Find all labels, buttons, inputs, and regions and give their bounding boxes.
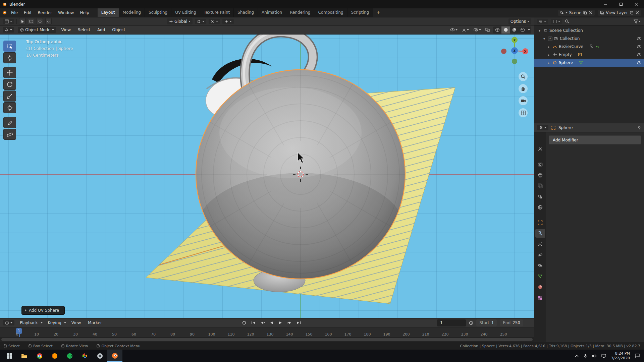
expand-arrow-icon[interactable]: ▸ [546,53,551,57]
tab-scene[interactable] [535,192,545,201]
outliner-row-scene-collection[interactable]: ▾ Scene Collection [534,26,644,35]
tool-measure[interactable] [3,129,16,140]
viewport-menu-add[interactable]: Add [96,26,107,33]
play-button[interactable] [276,319,284,326]
navigation-gizmo[interactable]: Y X Z [500,37,529,70]
tab-modeling[interactable]: Modeling [119,8,145,17]
jump-prev-keyframe-button[interactable] [258,319,266,326]
expand-arrow-icon[interactable]: ▸ [546,45,551,49]
unlink-scene-icon[interactable] [589,11,593,15]
outliner-row-empty[interactable]: ▸ Empty [534,51,644,59]
tab-texture[interactable] [535,293,545,302]
outliner-row-beziercurve[interactable]: ▸ BezierCurve [534,43,644,51]
viewport-menu-view[interactable]: View [60,26,72,33]
action-center-icon[interactable] [635,354,640,358]
expand-arrow-icon[interactable]: ▾ [542,37,547,41]
tab-output[interactable] [535,171,545,179]
outliner-editor-type-button[interactable] [537,19,548,24]
operator-panel[interactable]: Add UV Sphere [21,306,65,315]
microphone-icon[interactable] [584,354,587,358]
timeline-menu-playback[interactable]: Playback [18,319,40,326]
jump-to-end-button[interactable] [294,319,303,326]
overlays-dropdown[interactable] [472,27,482,33]
tab-constraints[interactable] [535,261,545,270]
preview-range-icon[interactable] [469,321,473,325]
gizmo-neg-x-axis[interactable] [501,49,506,54]
photos-app-button[interactable] [77,350,92,362]
perspective-toggle-button[interactable] [519,108,528,117]
transform-pivot-dropdown[interactable] [222,19,234,24]
add-workspace-button[interactable]: + [373,8,384,17]
tab-tool[interactable] [535,144,545,153]
auto-keying-button[interactable] [240,319,248,326]
speaker-icon[interactable] [592,354,596,358]
tab-animation[interactable]: Animation [258,8,286,17]
blender-taskbar-button[interactable] [107,350,122,362]
timeline-scrollbar[interactable] [0,337,534,342]
scene-selector[interactable]: Scene [558,10,595,16]
tool-scale[interactable] [3,90,16,102]
tab-compositing[interactable]: Compositing [314,8,347,17]
outliner-row-sphere[interactable]: ▸ Sphere [534,59,644,67]
new-scene-icon[interactable] [583,11,587,15]
tab-scripting[interactable]: Scripting [347,8,373,17]
view-layer-selector[interactable]: View Layer [598,10,641,16]
tool-select-box[interactable] [3,41,16,52]
viewport-menu-object[interactable]: Object [110,26,127,33]
menu-help[interactable]: Help [77,9,92,16]
play-reverse-button[interactable] [267,319,275,326]
new-view-layer-icon[interactable] [630,11,634,15]
shading-rendered-button[interactable] [518,26,527,34]
pin-icon[interactable] [637,126,641,130]
tab-object[interactable] [535,218,545,227]
blender-app-icon[interactable] [3,11,7,15]
proportional-editing-toggle[interactable] [209,19,220,24]
collection-checkbox[interactable]: ✓ [548,37,552,41]
jump-next-keyframe-button[interactable] [285,319,293,326]
select-mode-box[interactable] [28,18,34,24]
expand-arrow-icon[interactable]: ▾ [537,29,542,33]
tab-uv-editing[interactable]: UV Editing [171,8,200,17]
maximize-button[interactable] [613,0,629,8]
scrollbar-handle[interactable] [1,338,533,341]
jump-to-start-button[interactable] [249,319,257,326]
expand-arrow-icon[interactable]: ▸ [546,61,551,65]
tab-render[interactable] [535,160,545,169]
tab-object-data[interactable] [535,272,545,281]
mode-dropdown[interactable]: Object Mode [18,27,56,33]
tab-layout[interactable]: Layout [98,8,119,17]
viewport-menu-select[interactable]: Select [76,26,92,33]
viewport-canvas[interactable]: Top Orthographic (1) Collection | Sphere… [0,35,534,318]
tab-modifiers[interactable] [535,229,545,238]
tool-rotate[interactable] [3,79,16,90]
select-mode-lasso[interactable] [45,18,52,24]
camera-view-button[interactable] [519,96,528,105]
tab-texture-paint[interactable]: Texture Paint [200,8,234,17]
tab-shading[interactable]: Shading [234,8,258,17]
file-explorer-button[interactable] [17,350,32,362]
tab-particles[interactable] [535,240,545,248]
taskbar-clock[interactable]: 8:24 PM 3/22/2020 [611,351,630,360]
tab-world[interactable] [535,203,545,212]
shading-material-button[interactable] [510,26,518,34]
outliner-filter-button[interactable] [633,19,642,24]
tab-physics[interactable] [535,250,545,259]
start-frame-field[interactable]: Start1 [476,319,497,326]
timeline-menu-view[interactable]: View [70,319,83,326]
add-modifier-dropdown[interactable]: Add Modifier [549,135,641,144]
eye-icon[interactable] [637,53,642,57]
end-frame-field[interactable]: End250 [500,319,523,326]
menu-render[interactable]: Render [35,9,55,16]
select-mode-tweak[interactable] [19,18,25,24]
snap-toggle[interactable] [195,19,206,24]
menu-window[interactable]: Window [55,9,77,16]
zoom-button[interactable] [519,72,528,81]
timeline-editor-type-button[interactable] [3,320,14,325]
visibility-dropdown[interactable] [449,27,459,33]
tool-transform[interactable] [3,102,16,113]
close-button[interactable] [629,0,644,8]
menu-edit[interactable]: Edit [21,9,35,16]
spotify-button[interactable] [62,350,77,362]
pan-button[interactable] [519,84,528,93]
outliner-row-collection[interactable]: ▾ ✓ Collection [534,35,644,43]
